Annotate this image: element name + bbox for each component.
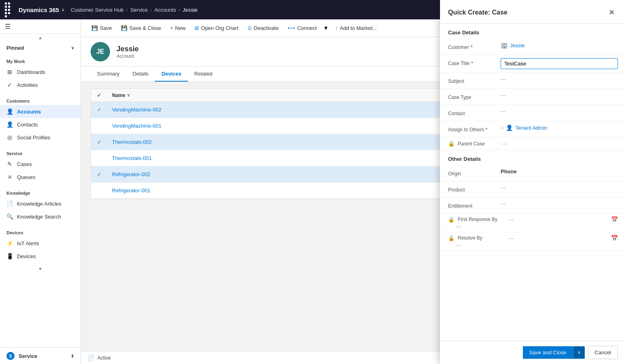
sidebar-item-social-profiles[interactable]: ◎ Social Profiles [0,131,80,144]
sidebar-item-cases[interactable]: ✎ Cases [0,158,80,170]
qc-field-contact: Contact --- [440,105,626,121]
row-check[interactable]: ✓ [91,107,107,113]
first-response-sub: --- [448,223,618,229]
section-knowledge: Knowledge 📄 Knowledge Articles 🔍 Knowled… [0,186,80,225]
pinned-label: Pinned [6,45,24,51]
add-to-market-button[interactable]: ↑ Add to Market... [331,23,381,34]
sidebar-item-queues[interactable]: ≡ Queues [0,170,80,183]
cancel-button[interactable]: Cancel [588,346,618,359]
qc-field-case-title: Case Title * [440,55,626,73]
save-and-close-dropdown-button[interactable]: ∨ [573,347,585,358]
new-icon: + [170,25,173,31]
breadcrumb-service[interactable]: Service [130,7,148,13]
parent-case-label: Parent Case [458,141,502,147]
tab-related[interactable]: Related [188,67,219,82]
sidebar-item-activities[interactable]: ✓ Activities [0,78,80,91]
qc-contact-value: --- [501,108,618,114]
service-initial: S [6,352,15,360]
qc-case-type-value: --- [501,92,618,98]
assign-person-icon: 👤 [506,124,513,131]
resolve-by-value: --- [509,235,608,241]
qc-product-value: --- [501,185,618,191]
row-check[interactable]: ✓ [91,139,107,145]
sidebar-item-accounts[interactable]: 👤 Accounts [0,105,80,118]
sidebar: ☰ ▲ Pinned ∨ My Work ⊞ Dashboards ✓ Acti… [0,19,81,364]
breadcrumb-accounts[interactable]: Accounts [154,7,176,13]
qc-origin-label: Origin [448,168,501,177]
qc-origin-value: Phone [501,168,618,175]
save-close-icon: 💾 [121,25,127,31]
qc-assign-value: ○ 👤 Tenant Admin [501,124,618,131]
sidebar-item-knowledge-articles[interactable]: 📄 Knowledge Articles [0,197,80,210]
sidebar-scroll-up[interactable]: ▲ [0,34,80,42]
sidebar-item-knowledge-search[interactable]: 🔍 Knowledge Search [0,210,80,223]
qc-close-button[interactable]: ✕ [605,6,618,19]
devices-icon: 📱 [6,253,13,259]
sidebar-item-iot-alerts[interactable]: ⚡ IoT Alerts [0,237,80,250]
qc-assign-label: Assign to Others * [448,124,501,133]
app-grid-icon[interactable] [5,2,12,17]
hamburger-icon[interactable]: ☰ [5,23,11,30]
tab-summary[interactable]: Summary [91,67,126,82]
app-name-chevron: ∨ [61,8,64,12]
qc-field-entitlement: Entitlement --- [440,198,626,214]
sidebar-top: ☰ [0,19,80,34]
section-my-work: My Work ⊞ Dashboards ✓ Activities [0,54,80,94]
parent-case-value: --- [502,141,508,147]
app-name[interactable]: Dynamics 365 ∨ [19,6,64,13]
connect-button[interactable]: ⟷ Connect [283,23,321,34]
deactivate-icon: ⊙ [247,25,252,31]
sidebar-bottom: S Service ⇕ [0,347,80,364]
tab-devices[interactable]: Devices [155,67,188,82]
qc-field-resolve-by: 🔒 Resolve By --- 📅 --- [440,232,626,251]
section-header-service: Service [0,149,80,158]
first-response-lock-icon: 🔒 [448,217,455,223]
open-org-chart-button[interactable]: ⊞ Open Org Chart [190,23,243,34]
customer-link[interactable]: Jessie [510,42,525,48]
deactivate-button[interactable]: ⊙ Deactivate [243,23,283,34]
sidebar-scroll-down[interactable]: ▼ [0,265,80,273]
queues-icon: ≡ [6,174,13,180]
add-to-market-icon: ↑ [335,25,338,31]
breadcrumb: Customer Service Hub › Service › Account… [71,7,198,13]
accounts-icon: 👤 [6,108,13,115]
new-button[interactable]: + New [166,23,190,34]
qc-contact-label: Contact [448,108,501,116]
save-close-button[interactable]: 💾 Save & Close [117,23,165,34]
resolve-by-lock-icon: 🔒 [448,235,455,241]
sidebar-item-dashboards[interactable]: ⊞ Dashboards [0,65,80,78]
qc-field-product: Product --- [440,181,626,198]
save-icon: 💾 [91,25,98,31]
assign-link[interactable]: Tenant Admin [515,125,547,131]
resolve-by-label: Resolve By [458,235,505,241]
more-dropdown-button[interactable]: ▼ [321,23,330,34]
pinned-section[interactable]: Pinned ∨ [0,42,80,54]
name-sort-icon: ∨ [127,93,130,97]
sidebar-bottom-service[interactable]: S Service ⇕ [0,348,80,364]
iot-alerts-icon: ⚡ [6,240,13,246]
resolve-by-calendar-icon[interactable]: 📅 [611,235,618,241]
record-info: Jessie Account [116,45,139,59]
save-and-close-button[interactable]: Save and Close [523,346,573,359]
first-response-calendar-icon[interactable]: 📅 [611,216,618,223]
sidebar-item-contacts[interactable]: 👤 Contacts [0,118,80,131]
breadcrumb-current: Jessie [183,7,198,13]
sidebar-item-devices[interactable]: 📱 Devices [0,250,80,263]
knowledge-search-icon: 🔍 [6,213,13,220]
parent-lock-icon: 🔒 [448,141,455,147]
assign-circle-icon: ○ [501,125,503,130]
qc-field-parent-case: 🔒 Parent Case --- [440,137,626,150]
case-title-input[interactable] [501,58,618,69]
section-devices: Devices ⚡ IoT Alerts 📱 Devices [0,225,80,265]
tab-details[interactable]: Details [126,67,155,82]
qc-entitlement-label: Entitlement [448,201,501,209]
qc-body: Case Details Customer * 🏢 Jessie Case Ti… [440,24,626,341]
account-link-icon: 🏢 [501,42,508,48]
save-button[interactable]: 💾 Save [87,23,116,34]
breadcrumb-hub[interactable]: Customer Service Hub [71,7,124,13]
qc-field-case-type: Case Type --- [440,89,626,105]
qc-case-title-value[interactable] [501,58,618,69]
qc-case-type-label: Case Type [448,92,501,100]
doc-icon: 📄 [87,355,94,361]
row-check[interactable]: ✓ [91,171,107,177]
